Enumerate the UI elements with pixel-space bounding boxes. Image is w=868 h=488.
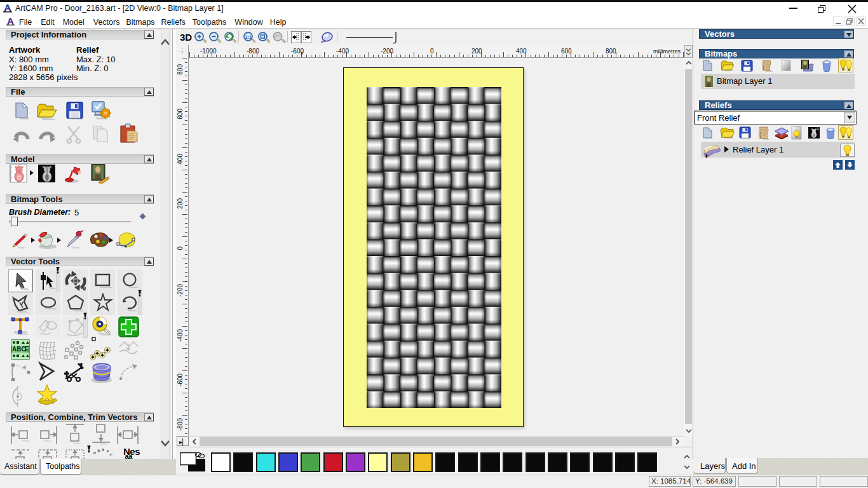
svg-text:c: c (109, 452, 114, 457)
svg-text:ABC: ABC (12, 346, 26, 353)
svg-text:a: a (97, 448, 100, 453)
svg-text:E: E (25, 346, 29, 353)
svg-text:a: a (102, 448, 104, 452)
svg-text:1:1: 1:1 (245, 34, 252, 40)
svg-text:a: a (93, 450, 97, 455)
svg-text:+: + (105, 448, 110, 454)
